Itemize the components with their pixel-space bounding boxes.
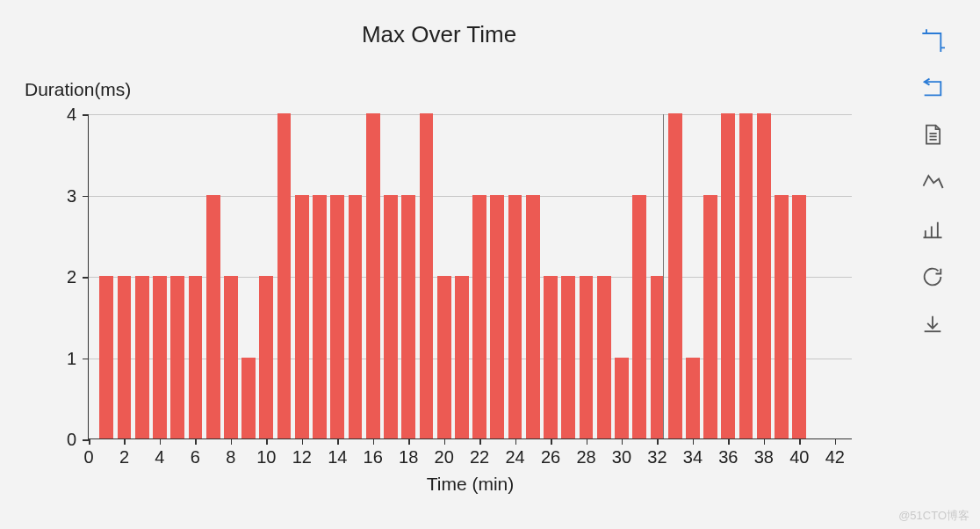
bar — [472, 195, 486, 439]
x-tick-mark — [622, 438, 623, 445]
x-tick-mark — [373, 438, 375, 445]
x-tick-label: 16 — [364, 447, 383, 467]
cursor-line — [663, 114, 665, 438]
x-tick-mark — [444, 438, 446, 445]
grid-line — [89, 114, 852, 115]
bar — [170, 276, 184, 438]
plot-area: Time (min) 01234024681012141618202224262… — [88, 114, 852, 439]
x-tick-mark — [408, 438, 410, 445]
bar — [295, 195, 309, 439]
x-tick-label: 12 — [292, 447, 312, 467]
bar — [757, 113, 771, 438]
x-tick-label: 40 — [789, 447, 809, 467]
x-tick-label: 30 — [612, 447, 631, 467]
bar — [135, 276, 149, 438]
chart-title: Max Over Time — [0, 21, 878, 48]
bar — [490, 195, 504, 439]
x-tick-label: 22 — [470, 447, 489, 467]
bar-chart-icon[interactable] — [919, 216, 946, 243]
x-tick-label: 34 — [683, 447, 703, 467]
x-tick-label: 14 — [328, 447, 347, 467]
bar — [455, 276, 469, 438]
bar — [99, 276, 113, 438]
grid-line — [89, 359, 852, 359]
x-tick-mark — [231, 438, 233, 445]
bar — [437, 276, 451, 438]
bar — [224, 276, 238, 438]
bar — [384, 195, 398, 439]
bar — [632, 195, 646, 439]
x-tick-label: 20 — [435, 447, 454, 467]
x-tick-label: 4 — [155, 447, 164, 467]
grid-line — [89, 196, 852, 197]
x-tick-mark — [89, 438, 90, 445]
bar — [561, 276, 575, 438]
x-tick-mark — [587, 438, 588, 445]
undo-icon[interactable] — [919, 74, 946, 100]
x-tick-mark — [728, 438, 730, 445]
bar — [349, 195, 363, 439]
bar — [597, 276, 611, 438]
x-tick-label: 2 — [119, 447, 129, 467]
y-tick-label: 3 — [67, 185, 89, 206]
bar — [259, 276, 273, 438]
y-axis-label: Duration(ms) — [25, 79, 131, 100]
crop-icon[interactable] — [919, 26, 946, 53]
toolbar — [913, 26, 952, 337]
x-tick-mark — [764, 438, 766, 445]
bar — [775, 195, 789, 439]
x-tick-label: 28 — [576, 447, 595, 467]
bar — [544, 276, 558, 438]
chart-container: Max Over Time Duration(ms) Time (min) 01… — [0, 0, 878, 529]
x-tick-mark — [479, 438, 481, 445]
x-tick-mark — [835, 438, 837, 445]
bar — [739, 113, 753, 438]
x-tick-label: 24 — [505, 447, 524, 467]
y-tick-label: 4 — [67, 105, 89, 125]
bar — [313, 195, 327, 439]
x-axis-label: Time (min) — [89, 474, 852, 495]
x-tick-mark — [195, 438, 197, 445]
line-chart-icon[interactable] — [919, 169, 946, 195]
x-tick-label: 42 — [825, 447, 845, 467]
bar — [615, 358, 629, 439]
x-tick-label: 8 — [226, 447, 235, 467]
bar — [721, 113, 735, 438]
bar — [526, 195, 540, 439]
bar — [118, 276, 132, 438]
x-tick-mark — [337, 438, 339, 445]
bar — [420, 113, 434, 438]
bar — [703, 195, 717, 439]
x-tick-label: 10 — [256, 447, 276, 467]
x-tick-mark — [551, 438, 552, 445]
x-tick-label: 36 — [718, 447, 738, 467]
download-icon[interactable] — [919, 311, 946, 337]
x-tick-mark — [657, 438, 659, 445]
bar — [277, 113, 292, 438]
x-tick-label: 18 — [399, 447, 418, 467]
document-icon[interactable] — [919, 121, 946, 148]
bar — [206, 195, 220, 439]
x-tick-label: 38 — [754, 447, 774, 467]
bar — [189, 276, 203, 438]
x-tick-mark — [799, 438, 801, 445]
bar — [366, 113, 380, 438]
bar — [153, 276, 167, 438]
bar — [792, 195, 806, 439]
refresh-icon[interactable] — [919, 264, 946, 290]
x-tick-mark — [266, 438, 268, 445]
x-tick-label: 6 — [191, 447, 200, 467]
x-tick-mark — [124, 438, 126, 445]
x-tick-label: 26 — [541, 447, 560, 467]
y-tick-label: 2 — [67, 267, 89, 287]
x-tick-mark — [515, 438, 517, 445]
watermark: @51CTO博客 — [898, 508, 969, 524]
y-tick-label: 1 — [67, 348, 89, 368]
bar — [686, 358, 700, 439]
bar — [330, 195, 344, 439]
x-tick-label: 32 — [647, 447, 667, 467]
bar — [241, 358, 256, 439]
bar — [508, 195, 522, 439]
x-tick-mark — [302, 438, 304, 445]
bar — [668, 113, 682, 438]
